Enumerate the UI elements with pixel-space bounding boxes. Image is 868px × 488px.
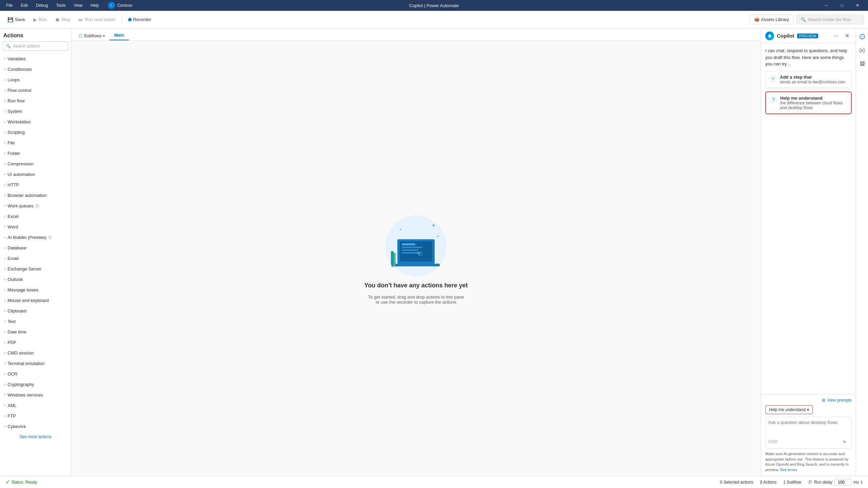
action-message-boxes[interactable]: › Message boxes — [0, 285, 71, 295]
action-file[interactable]: › File — [0, 138, 71, 148]
window-controls: ─ □ ✕ — [818, 0, 865, 11]
run-button[interactable]: ▶ Run — [30, 15, 50, 24]
copilot-intro-text: I can chat, respond to questions, and he… — [765, 47, 852, 67]
action-excel[interactable]: › Excel — [0, 211, 71, 222]
variables-icon-button[interactable]: {x} — [857, 45, 868, 56]
action-windows-services[interactable]: › Windows services — [0, 390, 71, 400]
action-exchange-server[interactable]: › Exchange Server — [0, 264, 71, 274]
assets-icon: 📦 — [754, 17, 760, 22]
action-ai-builder[interactable]: › AI Builder (Preview) ⬡ — [0, 232, 71, 243]
copilot-panel: Copilot PREVIEW ⋯ ✕ I can chat, respond … — [761, 28, 856, 476]
copilot-header-actions: ⋯ ✕ — [831, 31, 852, 41]
subflow-icon: ⬡ — [79, 33, 82, 38]
action-word[interactable]: › Word — [0, 222, 71, 232]
action-terminal-emulation[interactable]: › Terminal emulation — [0, 358, 71, 369]
send-button[interactable]: ➤ — [841, 438, 849, 446]
toolbar: 💾 Save ▶ Run ⏹ Stop ⏭ Run next action Re… — [0, 11, 868, 28]
help-understand-dropdown[interactable]: Help me understand ▾ — [765, 405, 813, 414]
search-actions-input[interactable]: 🔍 Search actions — [3, 41, 68, 51]
chevron-icon: › — [4, 99, 5, 103]
action-ftp[interactable]: › FTP — [0, 411, 71, 421]
actions-count: 0 Actions — [760, 480, 777, 485]
stop-button[interactable]: ⏹ Stop — [52, 15, 74, 24]
user-name: Contoso — [117, 3, 133, 8]
recorder-button[interactable]: Recorder — [125, 15, 155, 24]
action-flow-control[interactable]: › Flow control — [0, 85, 71, 96]
clock-icon: ⏱ — [808, 480, 812, 485]
action-http[interactable]: › HTTP — [0, 180, 71, 190]
copilot-more-button[interactable]: ⋯ — [831, 31, 841, 41]
copilot-icon-button[interactable] — [857, 31, 868, 42]
ai-disclaimer: Make sure AI-generated content is accura… — [765, 451, 852, 472]
prompts-icon: ⊞ — [822, 398, 825, 403]
search-flow-input[interactable]: 🔍 Search inside the flow — [796, 15, 864, 24]
see-more-actions[interactable]: See more actions — [0, 432, 71, 442]
menu-view[interactable]: View — [70, 2, 86, 9]
tab-main[interactable]: Main — [110, 30, 129, 40]
action-database[interactable]: › Database — [0, 243, 71, 253]
action-scripting[interactable]: › Scripting — [0, 127, 71, 138]
action-browser-automation[interactable]: › Browser automation — [0, 190, 71, 201]
chevron-icon: › — [4, 88, 5, 92]
menu-help[interactable]: Help — [87, 2, 102, 9]
action-email[interactable]: › Email — [0, 253, 71, 264]
images-icon-button[interactable]: 🖼 — [857, 58, 868, 69]
view-prompts-button[interactable]: ⊞ View prompts — [765, 398, 852, 403]
action-folder[interactable]: › Folder — [0, 148, 71, 159]
restore-button[interactable]: □ — [834, 0, 850, 11]
copilot-close-button[interactable]: ✕ — [842, 31, 852, 41]
action-work-queues[interactable]: › Work queues ⬡ — [0, 201, 71, 211]
chevron-icon: › — [4, 162, 5, 166]
recorder-dot — [128, 18, 132, 21]
action-variables[interactable]: › Variables — [0, 54, 71, 64]
copilot-suggestion-add-step[interactable]: + Add a step that sends an email to lee@… — [765, 71, 852, 88]
action-cmd-session[interactable]: › CMD session — [0, 348, 71, 358]
save-button[interactable]: 💾 Save — [4, 15, 28, 24]
subflow-count: 1 Subflow — [783, 480, 801, 485]
action-conditionals[interactable]: › Conditionals — [0, 64, 71, 75]
svg-rect-6 — [402, 243, 415, 245]
menu-debug[interactable]: Debug — [33, 2, 51, 9]
copilot-footer: ⊞ View prompts Help me understand ▾ 0/50… — [761, 394, 856, 476]
run-next-icon: ⏭ — [78, 17, 83, 22]
action-cryptography[interactable]: › Cryptography — [0, 379, 71, 390]
action-text[interactable]: › Text — [0, 316, 71, 327]
chevron-icon: › — [4, 141, 5, 145]
copilot-preview-badge: PREVIEW — [797, 34, 818, 38]
assets-library-button[interactable]: 📦 Assets Library — [750, 15, 793, 24]
action-compression[interactable]: › Compression — [0, 159, 71, 169]
menu-edit[interactable]: Edit — [17, 2, 31, 9]
chevron-icon: › — [4, 299, 5, 302]
action-ocr[interactable]: › OCR — [0, 369, 71, 379]
action-date-time[interactable]: › Date time — [0, 327, 71, 337]
menu-file[interactable]: File — [3, 2, 16, 9]
run-delay-input[interactable] — [834, 479, 851, 486]
statusbar: ✓ Status: Ready 0 Selected actions 0 Act… — [0, 476, 868, 488]
action-cyberark[interactable]: › CyberArk — [0, 421, 71, 432]
svg-text:✦: ✦ — [431, 223, 436, 228]
copilot-suggestion-help-understand[interactable]: ? Help me understand the difference betw… — [765, 92, 852, 114]
action-run-flow[interactable]: › Run flow — [0, 96, 71, 106]
chevron-icon: › — [4, 194, 5, 197]
selected-actions-count: 0 Selected actions — [720, 480, 753, 485]
action-pdf[interactable]: › PDF — [0, 337, 71, 348]
app-title: Copilot | Power Automate — [409, 3, 459, 8]
action-mouse-keyboard[interactable]: › Mouse and keyboard — [0, 295, 71, 306]
action-clipboard[interactable]: › Clipboard — [0, 306, 71, 316]
close-button[interactable]: ✕ — [850, 0, 865, 11]
action-workstation[interactable]: › Workstation — [0, 117, 71, 127]
subflows-dropdown[interactable]: ⬡ Subflows ▾ — [75, 31, 108, 40]
chevron-icon: › — [4, 225, 5, 229]
menu-tools[interactable]: Tools — [53, 2, 69, 9]
copilot-chat-input[interactable] — [768, 420, 849, 435]
action-system[interactable]: › System — [0, 106, 71, 117]
action-xml[interactable]: › XML — [0, 400, 71, 411]
action-ui-automation[interactable]: › UI automation — [0, 169, 71, 180]
see-terms-link[interactable]: See terms — [780, 468, 797, 472]
action-loops[interactable]: › Loops — [0, 75, 71, 85]
minimize-button[interactable]: ─ — [818, 0, 834, 11]
action-outlook[interactable]: › Outlook — [0, 274, 71, 285]
chevron-icon: › — [4, 172, 5, 176]
chevron-icon: › — [4, 78, 5, 82]
run-next-button[interactable]: ⏭ Run next action — [75, 15, 119, 24]
